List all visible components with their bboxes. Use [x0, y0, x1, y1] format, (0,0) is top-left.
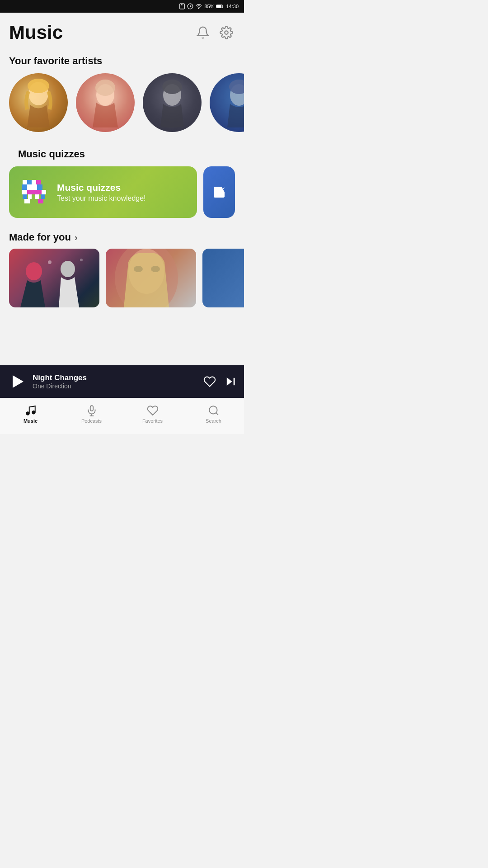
- quiz-card[interactable]: Music quizzes Test your music knowledge!: [9, 166, 197, 218]
- artist-figure-4: [221, 78, 244, 127]
- artist-item[interactable]: [9, 73, 68, 132]
- svg-rect-25: [27, 190, 42, 194]
- header-icons: [194, 24, 235, 41]
- svg-rect-29: [35, 194, 39, 199]
- artist-item[interactable]: [210, 73, 244, 132]
- svg-rect-31: [24, 199, 30, 203]
- svg-rect-22: [32, 184, 37, 190]
- made-for-you-arrow[interactable]: ›: [75, 232, 78, 243]
- made-for-you-section: Made for you ›: [0, 224, 244, 307]
- svg-rect-32: [38, 199, 43, 203]
- svg-line-49: [216, 413, 218, 415]
- heart-nav-icon: [147, 405, 159, 416]
- settings-button[interactable]: [218, 24, 235, 41]
- artist-item[interactable]: [76, 73, 135, 132]
- quiz-text: Music quizzes Test your music knowledge!: [57, 182, 146, 203]
- svg-point-48: [209, 406, 217, 414]
- artist-avatar-4: [210, 73, 244, 132]
- notification-button[interactable]: [194, 24, 211, 41]
- quiz-robot-icon: [18, 176, 50, 208]
- svg-rect-6: [217, 5, 221, 7]
- favorite-artists-section: Your favorite artists: [0, 48, 244, 137]
- nav-label-favorites: Favorites: [142, 418, 163, 424]
- battery-icon: [216, 4, 224, 9]
- now-playing-title: Night Changes: [33, 373, 198, 382]
- sd-icon: [179, 3, 185, 9]
- svg-point-35: [48, 260, 52, 264]
- made-for-you-card[interactable]: [106, 249, 196, 307]
- heart-icon: [203, 375, 216, 388]
- svg-rect-18: [32, 180, 36, 184]
- made-for-you-card[interactable]: [202, 249, 244, 307]
- svg-rect-27: [23, 194, 27, 199]
- svg-point-36: [80, 259, 83, 261]
- artist-item[interactable]: [143, 73, 202, 132]
- svg-rect-21: [27, 184, 32, 190]
- svg-point-7: [225, 31, 228, 34]
- nav-label-podcasts: Podcasts: [81, 418, 102, 424]
- nav-item-favorites[interactable]: Favorites: [122, 405, 183, 424]
- battery-text: 85%: [204, 4, 214, 9]
- artist-avatar-1: [9, 73, 68, 132]
- search-nav-icon: [208, 405, 220, 416]
- quiz-card-subtitle: Test your music knowledge!: [57, 194, 146, 203]
- artist-figure-1: [20, 78, 56, 127]
- made-for-you-cards: [0, 249, 244, 307]
- bell-icon: [196, 26, 210, 39]
- music-quizzes-title: Music quizzes: [9, 141, 235, 166]
- card-art-2: [106, 249, 196, 307]
- svg-point-13: [162, 80, 182, 94]
- microphone-icon: [86, 405, 98, 416]
- time-text: 14:30: [226, 4, 239, 9]
- nav-item-search[interactable]: Search: [183, 405, 244, 424]
- made-for-you-header: Made for you ›: [0, 224, 244, 249]
- svg-rect-24: [22, 190, 27, 194]
- svg-rect-20: [22, 184, 27, 190]
- nav-item-podcasts[interactable]: Podcasts: [61, 405, 122, 424]
- artist-figure-3: [154, 78, 190, 127]
- card-figure-1: [9, 249, 99, 307]
- main-content: Your favorite artists: [0, 48, 244, 401]
- skip-next-button[interactable]: [224, 375, 237, 388]
- card-art-1: [9, 249, 99, 307]
- now-playing-info: Night Changes One Direction: [33, 373, 198, 390]
- quiz-blue-icon: [212, 185, 226, 199]
- bottom-nav: Music Podcasts Favorites Search: [0, 398, 244, 434]
- quiz-card-blue[interactable]: [203, 166, 235, 218]
- quiz-card-title: Music quizzes: [57, 182, 146, 193]
- favorite-artists-title: Your favorite artists: [0, 48, 244, 73]
- svg-point-44: [32, 411, 35, 414]
- nav-item-music[interactable]: Music: [0, 405, 61, 424]
- made-for-you-card[interactable]: [9, 249, 99, 307]
- nav-label-music: Music: [23, 418, 38, 424]
- now-playing-artist: One Direction: [33, 382, 198, 390]
- play-button[interactable]: [7, 372, 27, 392]
- svg-rect-45: [90, 406, 93, 411]
- artist-avatar-3: [143, 73, 202, 132]
- artist-figure-2: [87, 78, 123, 127]
- svg-point-4: [199, 8, 199, 9]
- gear-icon: [220, 26, 233, 39]
- svg-rect-17: [27, 180, 32, 184]
- svg-rect-23: [37, 184, 42, 190]
- now-playing-controls: [203, 375, 237, 388]
- header: Music: [0, 13, 244, 48]
- svg-point-9: [28, 79, 49, 93]
- svg-marker-41: [227, 377, 232, 386]
- like-button[interactable]: [203, 375, 216, 388]
- svg-rect-28: [28, 194, 32, 199]
- svg-point-43: [26, 412, 29, 415]
- artists-row: [0, 73, 244, 137]
- now-playing-bar: Night Changes One Direction: [0, 365, 244, 398]
- svg-rect-16: [23, 180, 27, 184]
- wifi-icon: [195, 3, 202, 9]
- nav-label-search: Search: [206, 418, 221, 424]
- quizzes-row: Music quizzes Test your music knowledge!: [9, 166, 235, 220]
- svg-rect-0: [180, 4, 185, 9]
- status-icons: 85% 14:30: [179, 3, 239, 9]
- svg-rect-19: [36, 180, 41, 184]
- svg-point-33: [26, 262, 42, 280]
- artist-avatar-2: [76, 73, 135, 132]
- svg-rect-30: [41, 194, 45, 199]
- status-bar: 85% 14:30: [0, 0, 244, 13]
